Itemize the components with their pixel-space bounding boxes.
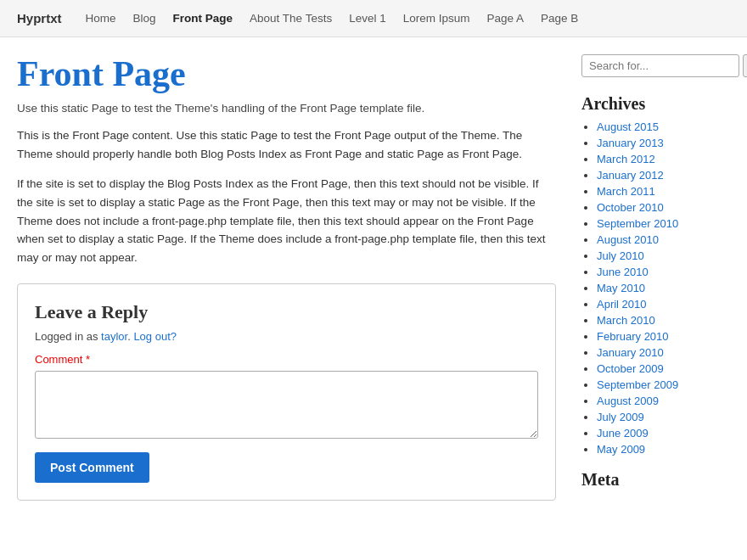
archive-link[interactable]: January 2013	[597, 137, 664, 149]
archive-link[interactable]: August 2010	[597, 233, 659, 246]
list-item: January 2010	[597, 346, 730, 360]
sidebar: Go! Archives August 2015January 2013Marc…	[581, 54, 730, 501]
search-input[interactable]	[581, 54, 739, 77]
list-item: April 2010	[597, 298, 730, 311]
nav-item-home[interactable]: Home	[77, 0, 125, 37]
comment-label: Comment *	[35, 353, 538, 366]
archive-link[interactable]: September 2009	[597, 378, 678, 391]
list-item: June 2009	[597, 427, 730, 440]
archive-link[interactable]: September 2010	[597, 217, 678, 230]
list-item: September 2010	[597, 217, 730, 231]
nav-item-page-b[interactable]: Page B	[532, 0, 587, 37]
list-item: June 2010	[597, 266, 730, 279]
nav-item-front-page[interactable]: Front Page	[165, 0, 242, 37]
comment-section: Leave a Reply Logged in as taylor. Log o…	[17, 283, 556, 501]
required-marker: *	[86, 353, 90, 366]
archive-link[interactable]: August 2009	[597, 395, 659, 407]
archives-title: Archives	[581, 94, 730, 114]
nav-item-page-a[interactable]: Page A	[478, 0, 532, 37]
nav-item-lorem-ipsum[interactable]: Lorem Ipsum	[395, 0, 479, 37]
archive-link[interactable]: June 2010	[597, 266, 649, 278]
archive-link[interactable]: July 2010	[597, 249, 644, 262]
list-item: January 2012	[597, 169, 730, 182]
main-content: Front Page Use this static Page to test …	[17, 54, 556, 501]
main-nav: HomeBlogFront PageAbout The TestsLevel 1…	[77, 0, 587, 37]
list-item: March 2010	[597, 314, 730, 328]
user-link[interactable]: taylor	[101, 330, 127, 343]
archive-link[interactable]: March 2012	[597, 153, 655, 165]
list-item: March 2012	[597, 153, 730, 166]
search-row: Go!	[581, 54, 730, 77]
list-item: February 2010	[597, 330, 730, 344]
list-item: January 2013	[597, 137, 730, 150]
navigation-bar: Hyprtxt HomeBlogFront PageAbout The Test…	[0, 0, 747, 37]
post-comment-button[interactable]: Post Comment	[35, 452, 149, 483]
list-item: August 2009	[597, 395, 730, 408]
archive-link[interactable]: January 2010	[597, 346, 664, 359]
meta-title: Meta	[581, 470, 730, 490]
archive-link[interactable]: May 2010	[597, 282, 645, 294]
archive-link[interactable]: April 2010	[597, 298, 647, 311]
logout-link[interactable]: Log out?	[133, 330, 177, 343]
list-item: September 2009	[597, 378, 730, 392]
archive-link[interactable]: July 2009	[597, 411, 644, 423]
archive-link[interactable]: March 2011	[597, 185, 655, 198]
archive-link[interactable]: October 2010	[597, 201, 664, 214]
archive-link[interactable]: January 2012	[597, 169, 664, 182]
page-title: Front Page	[17, 54, 556, 93]
page-subtitle: Use this static Page to test the Theme's…	[17, 102, 556, 115]
list-item: July 2009	[597, 411, 730, 424]
list-item: October 2010	[597, 201, 730, 215]
archive-link[interactable]: March 2010	[597, 314, 655, 327]
logged-in-label: Logged in as	[35, 330, 98, 343]
comment-heading: Leave a Reply	[35, 301, 538, 323]
body-paragraph-1: This is the Front Page content. Use this…	[17, 126, 556, 163]
logged-in-info: Logged in as taylor. Log out?	[35, 330, 538, 343]
comment-textarea[interactable]	[35, 371, 538, 439]
nav-item-about-the-tests[interactable]: About The Tests	[241, 0, 340, 37]
archive-link[interactable]: June 2009	[597, 427, 649, 440]
site-title: Hyprtxt	[17, 11, 62, 25]
list-item: March 2011	[597, 185, 730, 199]
body-paragraph-2: If the site is set to display the Blog P…	[17, 175, 556, 266]
nav-item-blog[interactable]: Blog	[125, 0, 165, 37]
list-item: July 2010	[597, 249, 730, 263]
list-item: October 2009	[597, 362, 730, 376]
archive-link[interactable]: May 2009	[597, 443, 645, 456]
search-button[interactable]: Go!	[743, 54, 747, 77]
list-item: August 2010	[597, 233, 730, 247]
list-item: May 2009	[597, 443, 730, 456]
archive-list: August 2015January 2013March 2012January…	[581, 120, 730, 456]
list-item: August 2015	[597, 120, 730, 134]
nav-item-level-1[interactable]: Level 1	[340, 0, 395, 37]
archive-link[interactable]: February 2010	[597, 330, 669, 343]
archive-link[interactable]: October 2009	[597, 362, 664, 375]
archives-section: Archives August 2015January 2013March 20…	[581, 94, 730, 456]
archive-link[interactable]: August 2015	[597, 120, 659, 133]
list-item: May 2010	[597, 282, 730, 295]
